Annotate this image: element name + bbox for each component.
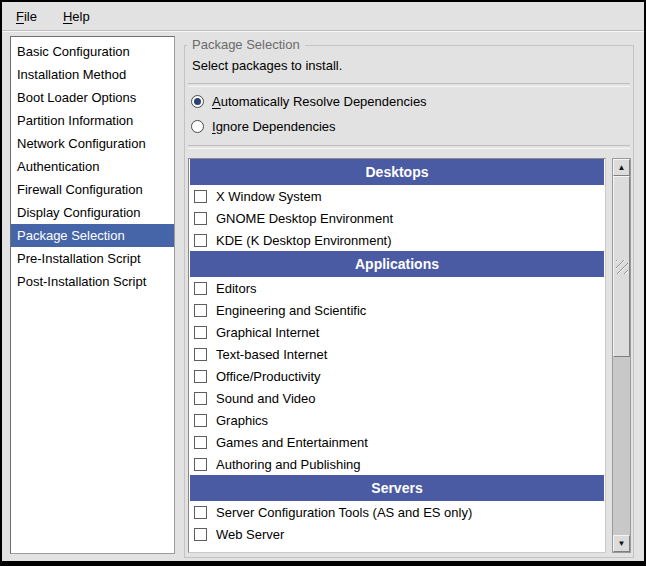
checkbox-icon[interactable] (194, 348, 207, 361)
radio-ignore-dependencies[interactable]: Ignore Dependencies (191, 116, 336, 136)
package-label: Authoring and Publishing (216, 457, 361, 472)
package-row-server-configuration-tools-as-and-es-only[interactable]: Server Configuration Tools (AS and ES on… (189, 501, 605, 523)
radio-label: Ignore Dependencies (212, 119, 336, 134)
package-row-engineering-and-scientific[interactable]: Engineering and Scientific (189, 299, 605, 321)
sidebar-item-partition-information[interactable]: Partition Information (11, 109, 174, 132)
package-label: Text-based Internet (216, 347, 327, 362)
package-label: Graphics (216, 413, 268, 428)
package-row-office-productivity[interactable]: Office/Productivity (189, 365, 605, 387)
package-row-graphical-internet[interactable]: Graphical Internet (189, 321, 605, 343)
package-selection-frame: Package Selection Select packages to ins… (184, 45, 634, 558)
sidebar-item-post-installation-script[interactable]: Post-Installation Script (11, 270, 174, 293)
checkbox-icon[interactable] (194, 458, 207, 471)
checkbox-icon[interactable] (194, 234, 207, 247)
menu-item-file[interactable]: File (8, 6, 45, 27)
package-label: Sound and Video (216, 391, 316, 406)
package-row-sound-and-video[interactable]: Sound and Video (189, 387, 605, 409)
package-label: Server Configuration Tools (AS and ES on… (216, 505, 472, 520)
package-row-authoring-and-publishing[interactable]: Authoring and Publishing (189, 453, 605, 475)
menu-bar: FileHelp (2, 2, 644, 31)
kickstart-configurator-window: FileHelp Basic ConfigurationInstallation… (0, 0, 646, 566)
checkbox-icon[interactable] (194, 392, 207, 405)
checkbox-icon[interactable] (194, 506, 207, 519)
sidebar-item-package-selection[interactable]: Package Selection (11, 224, 174, 247)
package-row-games-and-entertainment[interactable]: Games and Entertainment (189, 431, 605, 453)
package-label: KDE (K Desktop Environment) (216, 233, 392, 248)
menu-item-help[interactable]: Help (55, 6, 98, 27)
section-header-servers: Servers (190, 475, 604, 501)
section-header-applications: Applications (190, 251, 604, 277)
subtitle-text: Select packages to install. (192, 58, 342, 73)
package-label: Games and Entertainment (216, 435, 368, 450)
config-section-list: Basic ConfigurationInstallation MethodBo… (10, 36, 175, 554)
package-label: Engineering and Scientific (216, 303, 366, 318)
package-label: Office/Productivity (216, 369, 321, 384)
package-row-graphics[interactable]: Graphics (189, 409, 605, 431)
checkbox-icon[interactable] (194, 528, 207, 541)
radio-button-icon[interactable] (191, 120, 204, 133)
sidebar-item-pre-installation-script[interactable]: Pre-Installation Script (11, 247, 174, 270)
sidebar-item-basic-configuration[interactable]: Basic Configuration (11, 40, 174, 63)
checkbox-icon[interactable] (194, 282, 207, 295)
separator (188, 145, 630, 149)
section-header-desktops: Desktops (190, 159, 604, 185)
checkbox-icon[interactable] (194, 304, 207, 317)
up-arrow-icon: ▲ (618, 164, 626, 172)
scrollbar-thumb[interactable] (613, 176, 630, 357)
package-label: GNOME Desktop Environment (216, 211, 393, 226)
package-list: DesktopsX Window SystemGNOME Desktop Env… (188, 158, 606, 553)
radio-button-icon[interactable] (191, 95, 204, 108)
checkbox-icon[interactable] (194, 370, 207, 383)
checkbox-icon[interactable] (194, 414, 207, 427)
sidebar-item-network-configuration[interactable]: Network Configuration (11, 132, 174, 155)
separator (188, 83, 630, 87)
vertical-scrollbar[interactable]: ▲ ▼ (612, 158, 631, 553)
scroll-up-button[interactable]: ▲ (613, 159, 630, 176)
checkbox-icon[interactable] (194, 436, 207, 449)
checkbox-icon[interactable] (194, 190, 207, 203)
radio-automatically-resolve-dependencies[interactable]: Automatically Resolve Dependencies (191, 91, 427, 111)
package-label: X Window System (216, 189, 321, 204)
sidebar-item-authentication[interactable]: Authentication (11, 155, 174, 178)
sidebar-item-installation-method[interactable]: Installation Method (11, 63, 174, 86)
package-label: Graphical Internet (216, 325, 319, 340)
package-label: Editors (216, 281, 256, 296)
scroll-down-button[interactable]: ▼ (613, 535, 630, 552)
frame-title: Package Selection (187, 37, 305, 52)
package-row-gnome-desktop-environment[interactable]: GNOME Desktop Environment (189, 207, 605, 229)
package-row-text-based-internet[interactable]: Text-based Internet (189, 343, 605, 365)
checkbox-icon[interactable] (194, 326, 207, 339)
package-label: Web Server (216, 527, 284, 542)
sidebar-item-firewall-configuration[interactable]: Firewall Configuration (11, 178, 174, 201)
sidebar-item-boot-loader-options[interactable]: Boot Loader Options (11, 86, 174, 109)
down-arrow-icon: ▼ (618, 540, 626, 548)
package-row-kde-k-desktop-environment[interactable]: KDE (K Desktop Environment) (189, 229, 605, 251)
scrollbar-grip-icon (616, 260, 628, 274)
package-row-x-window-system[interactable]: X Window System (189, 185, 605, 207)
sidebar-item-display-configuration[interactable]: Display Configuration (11, 201, 174, 224)
checkbox-icon[interactable] (194, 212, 207, 225)
package-row-web-server[interactable]: Web Server (189, 523, 605, 545)
radio-label: Automatically Resolve Dependencies (212, 94, 427, 109)
package-row-editors[interactable]: Editors (189, 277, 605, 299)
